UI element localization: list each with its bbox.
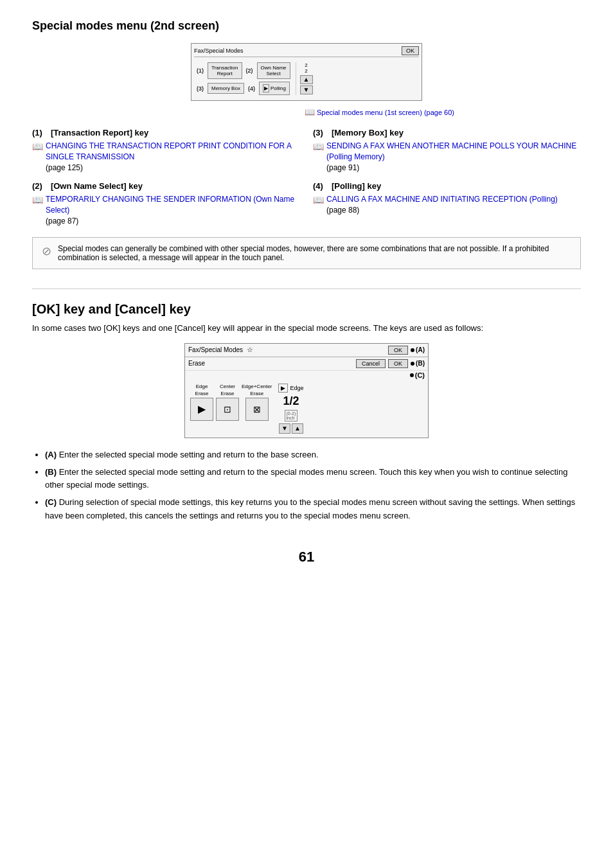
fax-diagram-2: Fax/Special Modes ☆ OK (A) Erase Cancel … — [184, 343, 429, 438]
label-b: (B) — [45, 467, 57, 477]
page-number: 61 — [32, 549, 581, 565]
link-line-4: 📖 CALLING A FAX MACHINE AND INITIATING R… — [313, 194, 581, 216]
fax-key-polling[interactable]: ▶ Polling — [259, 82, 290, 95]
fax2-up-arrow[interactable]: ▲ — [292, 423, 303, 434]
section2-intro: In some cases two [OK] keys and one [Can… — [32, 323, 581, 333]
center-erase-icon[interactable]: ⊡ — [216, 398, 239, 421]
fax2-body: Edge Erase ▶ Center Erase ⊡ Edge+Center … — [185, 380, 428, 438]
fax2-arrows: ▼ ▲ — [279, 423, 303, 434]
key-num-4: (4) — [248, 85, 255, 92]
page-ref-3: (page 91) — [326, 163, 359, 172]
fax2-header: Fax/Special Modes ☆ OK (A) — [185, 344, 428, 357]
desc-c-text: During selection of special mode setting… — [45, 497, 575, 520]
key-label-4: (4) [Polling] key — [313, 181, 581, 192]
fax2-key-edge[interactable]: Edge Erase ▶ — [190, 384, 213, 421]
fax2-keys: Edge Erase ▶ Center Erase ⊡ Edge+Center … — [190, 384, 272, 421]
desc-a: (A) Enter the selected special mode sett… — [45, 448, 581, 462]
link-text-3: SENDING A FAX WHEN ANOTHER MACHINE POLLS… — [326, 141, 581, 173]
fax2-cancel-button[interactable]: Cancel — [356, 359, 386, 368]
fax-keys-area: (1) TransactionReport (2) Own NameSelect… — [197, 62, 290, 95]
key-label-3: (3) [Memory Box] key — [313, 127, 581, 139]
desc-c: (C) During selection of special mode set… — [45, 496, 581, 523]
fax2-key-center[interactable]: Center Erase ⊡ — [216, 384, 239, 421]
key-label-1: (1) [Transaction Report] key — [32, 127, 300, 139]
fax-keys-row-1: (1) TransactionReport (2) Own NameSelect — [197, 62, 290, 79]
caption-page: (page 60) — [424, 109, 454, 116]
section1-title: Special modes menu (2nd screen) — [32, 19, 581, 33]
key-num-3: (3) — [197, 85, 204, 92]
diagram1-caption: 📖 Special modes menu (1st screen) (page … — [159, 107, 454, 117]
link-text-2: TEMPORARILY CHANGING THE SENDER INFORMAT… — [46, 194, 300, 226]
fax2-edge-label-row: ▶ Edge — [278, 384, 303, 393]
fax2-c-row: (C) — [185, 371, 428, 380]
fax-page-indicator: 22 — [305, 62, 307, 74]
label-b-dot: (B) — [411, 360, 425, 367]
fax2-key-edgecenter[interactable]: Edge+Center Erase ⊠ — [242, 384, 272, 421]
page-ref-1: (page 125) — [46, 163, 83, 172]
book-icon-caption: 📖 — [305, 107, 315, 117]
book-icon-1: 📖 — [32, 141, 43, 152]
fax-ok-button[interactable]: OK — [402, 46, 419, 55]
edge-icon-right: ▶ — [278, 384, 288, 393]
edgecenter-erase-icon[interactable]: ⊠ — [245, 398, 269, 421]
desc-b-text: Enter the selected special mode setting … — [45, 467, 567, 490]
fax2-header-icon: ☆ — [247, 346, 253, 354]
fax-body: (1) TransactionReport (2) Own NameSelect… — [194, 60, 419, 98]
link-line-2: 📖 TEMPORARILY CHANGING THE SENDER INFORM… — [32, 194, 300, 226]
edge-label-right: Edge — [290, 385, 303, 391]
fax2-row2: Erase Cancel OK (B) — [185, 357, 428, 371]
desc-item-2: (2) [Own Name Select] key 📖 TEMPORARILY … — [32, 181, 300, 226]
link-text-1: CHANGING THE TRANSACTION REPORT PRINT CO… — [46, 141, 300, 173]
page-ref-2: (page 87) — [46, 217, 78, 226]
edge-erase-icon[interactable]: ▶ — [190, 398, 213, 421]
fax-diagram-1: Fax/Special Modes OK (1) TransactionRepo… — [32, 43, 581, 117]
fax2-erase-label: Erase — [188, 360, 205, 367]
note-text: Special modes can generally be combined … — [58, 244, 571, 262]
fax2-fraction: 1/2 — [283, 394, 299, 408]
desc-item-3: (3) [Memory Box] key 📖 SENDING A FAX WHE… — [313, 127, 581, 173]
fax2-ok-button-a[interactable]: OK — [388, 346, 408, 355]
label-c: (C) — [45, 497, 57, 507]
section-ok-cancel: [OK] key and [Cancel] key In some cases … — [32, 302, 581, 523]
fax-screen-header: Fax/Special Modes OK — [194, 46, 419, 57]
fax-right-panel: 22 ▲ ▼ — [296, 62, 313, 95]
desc-a-text: Enter the selected special mode setting … — [59, 450, 319, 459]
key-num-1: (1) — [197, 67, 204, 74]
label-a-dot: (A) — [411, 346, 425, 353]
fax2-right-panel: ▶ Edge 1/2 (0-2)inch ▼ ▲ — [278, 384, 303, 434]
section-special-modes: Special modes menu (2nd screen) Fax/Spec… — [32, 19, 581, 269]
fax-header-label: Fax/Special Modes — [194, 48, 244, 54]
fax-key-ownname[interactable]: Own NameSelect — [257, 62, 290, 79]
fax-keys-row-2: (3) Memory Box (4) ▶ Polling — [197, 82, 290, 95]
fax2-ok-button-b[interactable]: OK — [388, 359, 408, 368]
link-line-3: 📖 SENDING A FAX WHEN ANOTHER MACHINE POL… — [313, 141, 581, 173]
description-list: (A) Enter the selected special mode sett… — [45, 448, 581, 523]
fax2-down-arrow[interactable]: ▼ — [279, 423, 290, 434]
fax-diagram-2-wrapper: Fax/Special Modes ☆ OK (A) Erase Cancel … — [32, 343, 581, 438]
desc-b: (B) Enter the selected special mode sett… — [45, 466, 581, 493]
desc-item-1: (1) [Transaction Report] key 📖 CHANGING … — [32, 127, 300, 173]
fax-key-memorybox[interactable]: Memory Box — [208, 83, 244, 94]
key-num-2: (2) — [246, 67, 253, 74]
caption-link[interactable]: Special modes menu (1st screen) — [317, 109, 422, 116]
fax-screen-1: Fax/Special Modes OK (1) TransactionRepo… — [191, 43, 422, 101]
note-box: ⊘ Special modes can generally be combine… — [32, 237, 581, 269]
book-icon-3: 📖 — [313, 141, 324, 152]
link-text-4: CALLING A FAX MACHINE AND INITIATING REC… — [326, 194, 558, 216]
fax-key-transaction[interactable]: TransactionReport — [208, 62, 242, 79]
label-a: (A) — [45, 450, 57, 459]
fax-down-arrow[interactable]: ▼ — [300, 85, 313, 94]
section2-title: [OK] key and [Cancel] key — [32, 302, 581, 317]
link-line-1: 📖 CHANGING THE TRANSACTION REPORT PRINT … — [32, 141, 300, 173]
fax2-unit: (0-2)inch — [285, 410, 298, 421]
book-icon-2: 📖 — [32, 195, 43, 205]
note-icon: ⊘ — [42, 244, 51, 258]
label-c-dot: (C) — [410, 371, 425, 379]
description-grid: (1) [Transaction Report] key 📖 CHANGING … — [32, 127, 581, 227]
key-label-2: (2) [Own Name Select] key — [32, 181, 300, 192]
fax-up-arrow[interactable]: ▲ — [300, 75, 313, 84]
fax2-header-label: Fax/Special Modes — [188, 346, 243, 353]
desc-item-4: (4) [Polling] key 📖 CALLING A FAX MACHIN… — [313, 181, 581, 226]
page-ref-4: (page 88) — [326, 206, 359, 215]
book-icon-4: 📖 — [313, 195, 324, 205]
